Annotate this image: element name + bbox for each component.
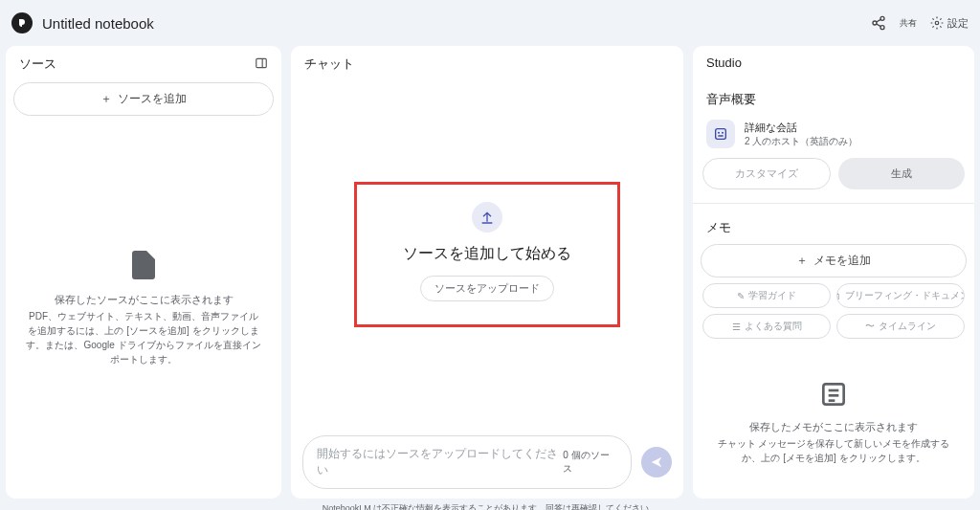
chat-empty-heading: ソースを追加して始める xyxy=(403,244,571,264)
notebook-title[interactable]: Untitled notebook xyxy=(42,15,861,32)
share-button[interactable] xyxy=(871,15,886,31)
plus-icon: ＋ xyxy=(100,91,112,107)
conversation-icon xyxy=(706,120,735,148)
audio-subtitle: 2 人のホスト（英語のみ） xyxy=(745,135,858,148)
highlight-callout: ソースを追加して始める ソースをアップロード xyxy=(354,182,620,327)
chat-panel: チャット ソースを追加して始める ソースをアップロード 開始するにはソースをアッ… xyxy=(291,46,683,499)
svg-line-3 xyxy=(877,19,881,22)
svg-rect-6 xyxy=(256,58,267,67)
svg-rect-8 xyxy=(716,129,726,140)
footer-disclaimer: NotebookLM は不正確な情報を表示することがあります。回答は再確認してく… xyxy=(0,499,980,510)
source-count: 0 個のソース xyxy=(563,449,617,476)
memo-btn-study-guide[interactable]: ✎学習ガイド xyxy=(702,283,831,308)
sources-panel: ソース ＋ ソースを追加 保存したソースがここに表示されます PDF、ウェブサイ… xyxy=(6,46,281,499)
upload-icon xyxy=(472,202,502,233)
studio-panel: Studio 音声概要 詳細な会話 2 人のホスト（英語のみ） カスタマイズ 生… xyxy=(693,46,974,499)
share-label: 共有 xyxy=(900,19,917,28)
upload-source-button[interactable]: ソースをアップロード xyxy=(420,276,554,301)
svg-point-0 xyxy=(880,16,884,20)
note-icon xyxy=(818,379,849,412)
add-source-button[interactable]: ＋ ソースを追加 xyxy=(13,82,274,116)
plus-icon: ＋ xyxy=(796,253,808,269)
add-memo-button[interactable]: ＋ メモを追加 xyxy=(701,244,967,277)
svg-point-1 xyxy=(873,21,877,25)
generate-button[interactable]: 生成 xyxy=(838,158,965,189)
memo-btn-timeline[interactable]: 〜タイムライン xyxy=(836,314,965,339)
memo-btn-faq[interactable]: ☰よくある質問 xyxy=(702,314,831,339)
svg-point-5 xyxy=(935,21,939,25)
collapse-icon[interactable] xyxy=(255,56,268,73)
audio-title: 詳細な会話 xyxy=(745,121,858,135)
memo-btn-briefing[interactable]: 🗎ブリーフィング・ドキュメン xyxy=(836,283,965,308)
memo-empty-state: 保存したメモがここに表示されます チャット メッセージを保存して新しいメモを作成… xyxy=(693,344,974,499)
studio-panel-title: Studio xyxy=(706,55,742,70)
svg-point-2 xyxy=(880,26,884,30)
sources-panel-title: ソース xyxy=(19,55,56,73)
document-icon xyxy=(126,248,161,285)
sources-empty-state: 保存したソースがここに表示されます PDF、ウェブサイト、テキスト、動画、音声フ… xyxy=(6,116,281,499)
send-button[interactable] xyxy=(641,447,672,477)
customize-button[interactable]: カスタマイズ xyxy=(702,158,831,189)
app-logo xyxy=(11,12,33,33)
audio-overview-row: 詳細な会話 2 人のホスト（英語のみ） xyxy=(693,116,974,158)
chat-placeholder: 開始するにはソースをアップロードしてください xyxy=(317,446,563,478)
svg-line-4 xyxy=(877,24,881,27)
audio-section-title: 音声概要 xyxy=(693,79,974,116)
svg-point-10 xyxy=(722,132,724,134)
app-header: Untitled notebook 共有 設定 xyxy=(0,0,980,46)
chat-input[interactable]: 開始するにはソースをアップロードしてください 0 個のソース xyxy=(302,435,632,489)
memo-section-title: メモ xyxy=(693,208,974,244)
settings-button[interactable]: 設定 xyxy=(930,16,969,31)
chat-panel-title: チャット xyxy=(304,55,354,73)
svg-point-9 xyxy=(718,132,720,134)
